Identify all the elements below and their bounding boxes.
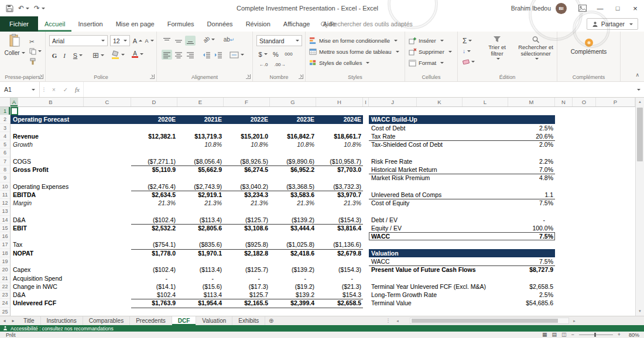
cancel-button[interactable]: × — [48, 87, 60, 93]
value-cell[interactable]: $2,919.1 — [177, 191, 224, 199]
value-cell[interactable]: ($3,368.5) — [270, 182, 316, 191]
sheet-tab-title[interactable]: Title — [18, 316, 41, 325]
select-all-corner[interactable] — [0, 98, 11, 107]
row-header-12[interactable]: 12 — [0, 199, 10, 207]
dialog-launcher-icon[interactable] — [299, 74, 303, 79]
comma-button[interactable]: 000 — [282, 49, 295, 59]
value-cell[interactable]: $12,382.1 — [131, 132, 177, 140]
year-header[interactable]: 2021E — [177, 115, 224, 123]
metric-label[interactable]: Present Value of Future Cash Flows — [369, 265, 508, 274]
row-label[interactable]: Capex — [11, 265, 131, 274]
value-cell[interactable]: $139.2 — [270, 291, 316, 299]
value-cell[interactable]: $5,110.9 — [131, 165, 177, 174]
metric-label[interactable]: Tax-Shielded Cost of Debt — [369, 140, 508, 149]
scroll-up-icon[interactable]: ▲ — [636, 98, 644, 106]
row-header-25[interactable]: 25 — [0, 308, 10, 316]
metric-value[interactable]: 2.5% — [508, 124, 555, 132]
value-cell[interactable]: $2,658.5 — [316, 299, 363, 307]
value-cell[interactable]: ($125.7) — [224, 216, 270, 224]
metric-value[interactable]: $54,685.6 — [508, 299, 555, 307]
minimize-button[interactable]: — — [591, 0, 609, 16]
row-label[interactable]: D&A — [11, 216, 131, 224]
row-label[interactable]: Growth — [11, 140, 131, 149]
row-label[interactable]: Gross Profit — [11, 165, 131, 174]
tab-revision[interactable]: Révision — [239, 16, 277, 32]
metric-label[interactable]: Market Risk Premium — [369, 174, 508, 182]
value-cell[interactable]: $3,108.6 — [224, 224, 270, 232]
addins-button[interactable]: Compléments — [566, 37, 612, 56]
section-title[interactable]: Valuation — [369, 249, 508, 257]
value-cell[interactable]: 10.8% — [316, 140, 363, 149]
value-cell[interactable]: ($754.1) — [131, 240, 177, 249]
row-header-22[interactable]: 22 — [0, 282, 10, 291]
value-cell[interactable]: $1,970.1 — [177, 249, 224, 257]
value-cell[interactable]: ($17.3) — [224, 282, 270, 291]
underline-button[interactable]: S — [70, 50, 85, 60]
row-header-13[interactable]: 13 — [0, 207, 10, 215]
value-cell[interactable]: $2,399.4 — [270, 299, 316, 307]
year-header[interactable]: 2024E — [316, 115, 363, 123]
value-cell[interactable]: $7,703.0 — [316, 165, 363, 174]
avatar[interactable]: BI — [556, 3, 567, 14]
new-sheet-button[interactable]: ⊕ — [265, 316, 277, 325]
value-cell[interactable]: ($2,743.9) — [177, 182, 224, 191]
increase-indent-button[interactable] — [213, 50, 224, 60]
value-cell[interactable]: ($125.7) — [224, 265, 270, 274]
name-box[interactable]: A1 — [0, 82, 40, 97]
metric-value[interactable]: - — [508, 216, 555, 224]
zoom-out-button[interactable]: − — [571, 332, 574, 338]
format-button[interactable]: Format — [409, 58, 444, 68]
tab-affichage[interactable]: Affichage — [277, 16, 317, 32]
dialog-launcher-icon[interactable] — [39, 74, 43, 79]
sheet-tab-valuation[interactable]: Valuation — [196, 316, 232, 325]
metric-value[interactable]: 7.0% — [508, 165, 555, 174]
sheet-tab-precedents[interactable]: Precedents — [130, 316, 172, 325]
tab-formules[interactable]: Formules — [161, 16, 201, 32]
value-cell[interactable]: $13,719.3 — [177, 132, 224, 140]
row-label[interactable]: D&A — [11, 291, 131, 299]
metric-value[interactable]: 7.5% — [508, 257, 555, 265]
value-cell[interactable]: $18,661.7 — [316, 132, 363, 140]
value-cell[interactable]: ($19.2) — [270, 282, 316, 291]
value-cell[interactable]: ($14.1) — [131, 282, 177, 291]
paste-button[interactable]: Coller — [2, 34, 27, 56]
grow-font-button[interactable]: A — [132, 36, 143, 46]
sheet-tab-dcf[interactable]: DCF — [172, 316, 197, 325]
column-header-J[interactable]: J — [369, 98, 417, 106]
value-cell[interactable]: $3,444.4 — [270, 224, 316, 232]
column-header-L[interactable]: L — [463, 98, 508, 106]
clear-button[interactable] — [463, 57, 475, 66]
row-label[interactable]: Margin — [11, 199, 131, 207]
row-header-23[interactable]: 23 — [0, 291, 10, 299]
font-size-select[interactable]: 12 — [110, 35, 130, 46]
value-cell[interactable]: ($3,732.3) — [316, 182, 363, 191]
value-cell[interactable]: ($8,926.5) — [224, 157, 270, 165]
metric-value[interactable]: 20.6% — [508, 132, 555, 140]
column-header-N[interactable]: N — [555, 98, 573, 106]
dialog-launcher-icon[interactable] — [246, 74, 251, 79]
scroll-down-icon[interactable]: ▼ — [636, 307, 644, 316]
value-cell[interactable]: 21.3% — [316, 199, 363, 207]
cut-button[interactable]: ✂ — [29, 37, 35, 46]
value-cell[interactable]: $2,418.6 — [270, 249, 316, 257]
page-layout-view-button[interactable]: ▤ — [551, 332, 557, 338]
sheet-tab-comparables[interactable]: Comparables — [83, 316, 130, 325]
ribbon-display-options-button[interactable] — [574, 0, 591, 16]
metric-label[interactable]: Historical Market Return — [369, 165, 508, 174]
value-cell[interactable]: ($3,040.2) — [224, 182, 270, 191]
format-as-table-button[interactable]: Mettre sous forme de tableau — [309, 47, 399, 57]
insert-button[interactable]: Insérer — [409, 36, 444, 46]
tell-me-search[interactable]: Rechercher des outils adaptés — [321, 16, 413, 32]
autosum-button[interactable]: Σ — [463, 36, 472, 45]
column-header-F[interactable]: F — [224, 98, 270, 106]
tab-insertion[interactable]: Insertion — [71, 16, 109, 32]
value-cell[interactable]: 10.8% — [177, 140, 224, 149]
row-header-8[interactable]: 8 — [0, 165, 10, 174]
close-button[interactable]: × — [626, 0, 644, 16]
percent-button[interactable]: % — [272, 49, 280, 59]
metric-label[interactable]: WACC — [369, 257, 508, 265]
cell-styles-button[interactable]: Styles de cellules — [309, 58, 369, 68]
value-cell[interactable]: 21.3% — [224, 199, 270, 207]
shrink-font-button[interactable]: A — [144, 36, 155, 46]
row-header-17[interactable]: 17 — [0, 240, 10, 249]
